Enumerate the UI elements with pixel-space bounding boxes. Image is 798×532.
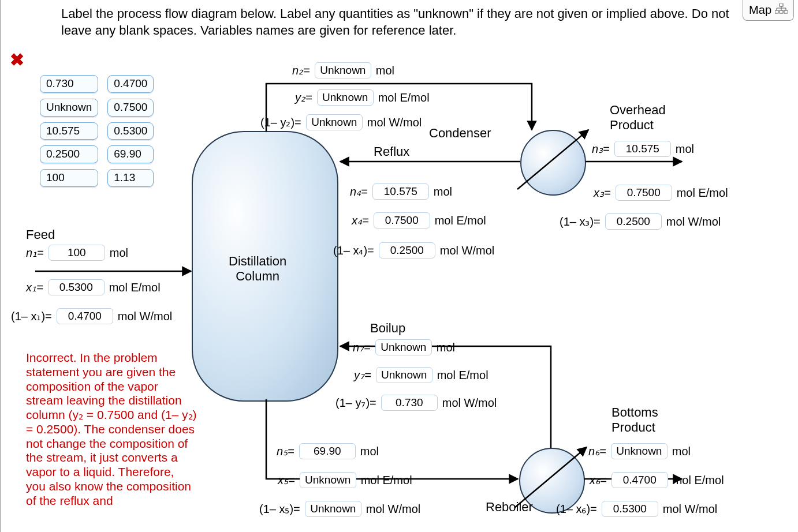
1-x5-field[interactable]: Unknown [305,501,361,517]
x4-unit: mol E/mol [435,214,486,227]
distillation-column-label: Distillation Column [229,254,286,284]
1-x4-row: (1– x₄)= 0.2500 mol W/mol [333,242,494,258]
x4-field[interactable]: 0.7500 [374,212,430,228]
svg-rect-1 [775,10,778,13]
1-x6-label: (1– x₆)= [556,502,597,516]
reflux-heading: Reflux [374,144,409,159]
x4-label: x₄= [352,213,369,227]
1-x5-unit: mol W/mol [366,503,420,516]
boilup-heading: Boilup [370,321,405,336]
1-x1-label: (1– x₁)= [11,309,52,323]
feed-heading: Feed [26,227,55,242]
reboiler-heading: Reboiler [486,500,533,515]
n2-field[interactable]: Unknown [315,62,371,78]
chip[interactable]: Unknown [40,99,98,117]
x3-label: x₃= [594,186,611,200]
y2-unit: mol E/mol [378,91,430,104]
n6-label: n₆= [588,444,606,458]
n7-label: n₇= [353,340,371,354]
1-y2-field[interactable]: Unknown [306,114,363,130]
n3-row: n₃= 10.575 mol [592,141,694,157]
bottoms-product-heading: Bottoms Product [611,405,658,435]
svg-rect-3 [784,10,788,13]
x1-row: x₁= 0.5300 mol E/mol [26,279,161,295]
chip[interactable]: 0.5300 [107,122,154,140]
n1-label: n₁= [26,246,44,260]
feedback-text: Incorrect. In the problem statement you … [26,351,197,508]
n4-field[interactable]: 10.575 [372,183,429,200]
n2-row: n₂= Unknown mol [292,62,394,78]
n7-row: n₇= Unknown mol [353,339,455,355]
y2-field[interactable]: Unknown [317,89,374,106]
n1-row: n₁= 100 mol [26,245,128,261]
1-y2-label: (1– y₂)= [260,115,301,129]
1-x4-unit: mol W/mol [440,244,494,257]
chip[interactable]: 100 [40,169,98,187]
n6-field[interactable]: Unknown [611,443,668,459]
1-x6-unit: mol W/mol [663,503,717,516]
map-button[interactable]: Map [743,0,794,21]
map-label: Map [749,3,771,17]
n4-label: n₄= [350,185,368,198]
x3-field[interactable]: 0.7500 [616,185,672,201]
n2-label: n₂= [292,63,310,77]
chip[interactable]: 0.730 [40,75,98,93]
x5-row: x₅= Unknown mol E/mol [278,472,412,488]
y7-unit: mol E/mol [437,369,489,382]
1-x6-row: (1– x₆)= 0.5300 mol W/mol [556,501,717,517]
1-x3-unit: mol W/mol [666,215,721,228]
x6-field[interactable]: 0.4700 [611,472,668,488]
1-x1-unit: mol W/mol [118,310,172,323]
1-x1-row: (1– x₁)= 0.4700 mol W/mol [11,308,172,324]
1-x3-field[interactable]: 0.2500 [605,213,662,230]
x6-unit: mol E/mol [673,474,724,487]
x5-label: x₅= [278,473,295,487]
n7-field[interactable]: Unknown [375,339,432,355]
1-x5-row: (1– x₅)= Unknown mol W/mol [259,501,420,517]
y7-label: y₇= [354,368,371,382]
n1-field[interactable]: 100 [49,245,105,261]
y7-field[interactable]: Unknown [376,367,432,383]
x1-field[interactable]: 0.5300 [48,279,105,295]
condenser-shape [520,130,586,196]
sitemap-icon [775,3,788,17]
1-x4-label: (1– x₄)= [333,243,374,257]
1-y2-row: (1– y₂)= Unknown mol W/mol [260,114,422,130]
n5-label: n₅= [277,444,294,458]
chip[interactable]: 0.2500 [40,145,98,163]
condenser-heading: Condenser [429,126,491,141]
1-x6-field[interactable]: 0.5300 [602,501,658,517]
1-x3-label: (1– x₃)= [560,215,601,228]
1-y7-unit: mol W/mol [442,396,497,410]
y7-row: y₇= Unknown mol E/mol [354,367,489,383]
x4-row: x₄= 0.7500 mol E/mol [352,212,486,228]
x3-row: x₃= 0.7500 mol E/mol [594,185,728,201]
n3-label: n₃= [592,142,610,156]
x3-unit: mol E/mol [677,186,728,200]
n5-row: n₅= 69.90 mol [277,443,379,459]
n6-unit: mol [672,445,691,458]
x5-unit: mol E/mol [361,474,412,487]
1-y2-unit: mol W/mol [367,116,422,129]
chip[interactable]: 0.4700 [107,75,154,93]
1-y7-label: (1– y₇)= [335,396,376,410]
chip[interactable]: 1.13 [107,169,154,187]
1-x4-field[interactable]: 0.2500 [379,242,435,258]
n5-field[interactable]: 69.90 [299,443,356,459]
1-y7-field[interactable]: 0.730 [381,395,438,411]
n4-row: n₄= 10.575 mol [350,183,452,200]
x6-label: x₆= [590,473,607,487]
n3-unit: mol [676,143,694,156]
x5-field[interactable]: Unknown [300,472,356,488]
instruction-text: Label the process flow diagram below. La… [61,6,729,39]
chip[interactable]: 10.575 [40,122,98,140]
chip[interactable]: 69.90 [107,145,154,163]
n3-field[interactable]: 10.575 [614,141,671,157]
1-x1-field[interactable]: 0.4700 [57,308,113,324]
incorrect-x-icon: ✖ [10,50,24,70]
y2-row: y₂= Unknown mol E/mol [295,89,430,106]
x1-label: x₁= [26,280,43,294]
answer-bank: 0.730 0.4700 Unknown 0.7500 10.575 0.530… [40,75,154,187]
n5-unit: mol [360,445,379,458]
chip[interactable]: 0.7500 [107,99,154,117]
